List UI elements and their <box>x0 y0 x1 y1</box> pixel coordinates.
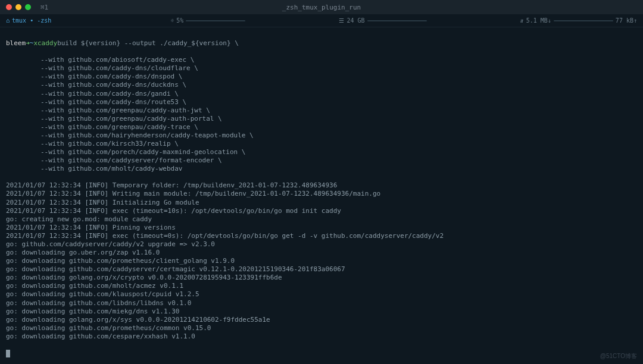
output-line: go: downloading github.com/miekg/dns v1.… <box>6 307 637 316</box>
statusbar: ☼ 5% ☰ 24 GB ⇵ 5.1 MB↓ 77 kB↑ <box>170 17 637 24</box>
tabbar: ⌂ tmux • -zsh ☼ 5% ☰ 24 GB ⇵ 5.1 MB↓ 77 … <box>0 14 643 27</box>
minimize-icon[interactable] <box>15 4 21 10</box>
cpu-value: 5% <box>176 17 183 24</box>
command-args: build ${version} --output ./caddy_${vers… <box>57 39 239 48</box>
output-line: go: downloading github.com/prometheus/co… <box>6 324 637 332</box>
tmux-session-tab[interactable]: ⌂ tmux • -zsh <box>6 17 51 24</box>
output-line: go: downloading github.com/prometheus/cl… <box>6 257 637 265</box>
with-flag-line: --with github.com/abiosoft/caddy-exec \ <box>6 56 637 64</box>
cpu-stat: ☼ 5% <box>170 17 245 24</box>
output-line: go: downloading go.uber.org/zap v1.16.0 <box>6 249 637 257</box>
cursor <box>6 350 10 357</box>
cpu-bar <box>186 20 245 21</box>
output-line: 2021/01/07 12:32:34 [INFO] Initializing … <box>6 199 637 207</box>
mem-stat: ☰ 24 GB <box>339 17 426 24</box>
terminal-output[interactable]: bleem ➜ ~ xcaddy build ${version} --outp… <box>0 27 643 361</box>
net-icon: ⇵ <box>520 17 524 24</box>
prompt-user: bleem <box>6 39 26 48</box>
with-flag-line: --with github.com/caddy-dns/duckdns \ <box>6 81 637 89</box>
traffic-lights <box>6 4 31 10</box>
with-flag-line: --with github.com/greenpau/caddy-auth-po… <box>6 115 637 123</box>
session-label: tmux • -zsh <box>12 17 51 24</box>
mem-value: 24 GB <box>347 17 364 24</box>
titlebar-left: ⌘1 <box>40 4 48 11</box>
close-icon[interactable] <box>6 4 12 10</box>
terminal-icon: ⌂ <box>6 17 10 24</box>
net-stat: ⇵ 5.1 MB↓ 77 kB↑ <box>520 17 637 24</box>
window-title: _zsh_tmux_plugin_run <box>282 4 361 11</box>
mem-bar <box>367 20 427 21</box>
with-flag-line: --with github.com/greenpau/caddy-auth-jw… <box>6 106 637 115</box>
output-line: go: downloading github.com/mholt/acmez v… <box>6 282 637 290</box>
with-flag-line: --with github.com/caddyserver/format-enc… <box>6 156 637 165</box>
output-line: go: downloading github.com/libdns/libdns… <box>6 299 637 307</box>
prompt-path: ~ <box>30 39 34 48</box>
with-flag-line: --with github.com/kirsch33/realip \ <box>6 140 637 148</box>
output-line: go: downloading golang.org/x/crypto v0.0… <box>6 274 637 282</box>
with-flag-line: --with github.com/caddy-dns/cloudflare \ <box>6 64 637 73</box>
command-name: xcaddy <box>33 39 57 48</box>
output-line: go: downloading golang.org/x/sys v0.0.0-… <box>6 316 637 324</box>
with-flag-line: --with github.com/mholt/caddy-webdav <box>6 165 637 173</box>
with-flag-line: --with github.com/greenpau/caddy-trace \ <box>6 123 637 131</box>
output-line: go: downloading github.com/klauspost/cpu… <box>6 290 637 299</box>
with-flag-line: --with github.com/caddy-dns/dnspod \ <box>6 73 637 81</box>
output-line: 2021/01/07 12:32:34 [INFO] Temporary fol… <box>6 181 637 190</box>
with-flag-line: --with github.com/caddy-dns/route53 \ <box>6 98 637 106</box>
output-line: 2021/01/07 12:32:34 [INFO] exec (timeout… <box>6 207 637 215</box>
output-line: 2021/01/07 12:32:34 [INFO] Pinning versi… <box>6 224 637 232</box>
output-line: 2021/01/07 12:32:34 [INFO] exec (timeout… <box>6 232 637 240</box>
output-line: 2021/01/07 12:32:34 [INFO] Writing main … <box>6 190 637 198</box>
output-line: go: downloading github.com/caddyserver/c… <box>6 265 637 274</box>
titlebar: ⌘1 _zsh_tmux_plugin_run <box>0 0 643 14</box>
with-flag-line: --with github.com/hairyhenderson/caddy-t… <box>6 131 637 140</box>
prompt-line: bleem ➜ ~ xcaddy build ${version} --outp… <box>6 39 637 48</box>
with-flag-line: --with github.com/porech/caddy-maxmind-g… <box>6 148 637 156</box>
with-flag-line: --with github.com/caddy-dns/gandi \ <box>6 90 637 98</box>
net-up-value: 77 kB↑ <box>616 17 637 24</box>
net-bar <box>554 20 613 21</box>
maximize-icon[interactable] <box>25 4 31 10</box>
output-line: go: github.com/caddyserver/caddy/v2 upgr… <box>6 240 637 249</box>
watermark: @51CTO博客 <box>600 352 637 360</box>
cpu-icon: ☼ <box>170 17 174 24</box>
output-line: go: downloading github.com/cespare/xxhas… <box>6 332 637 341</box>
mem-icon: ☰ <box>339 17 344 24</box>
prompt-arrow-icon: ➜ <box>26 39 30 48</box>
net-down-value: 5.1 MB↓ <box>526 17 551 24</box>
output-line: go: creating new go.mod: module caddy <box>6 215 637 224</box>
